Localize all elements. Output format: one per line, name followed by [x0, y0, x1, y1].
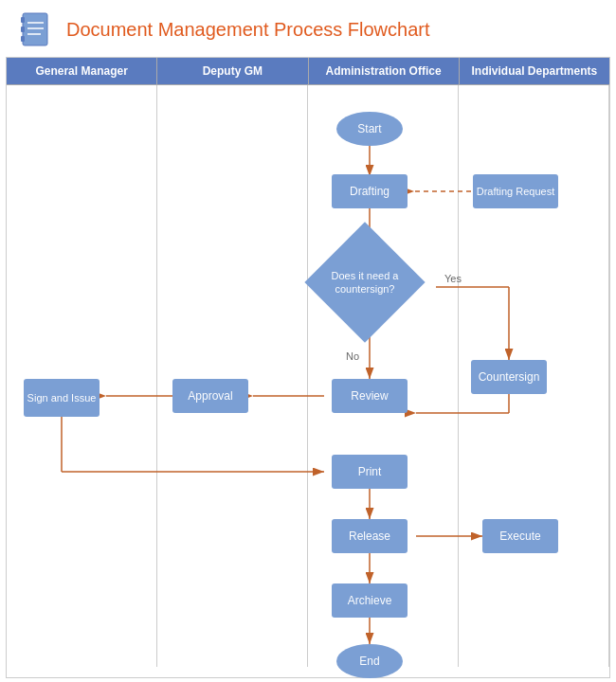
lane-deputy [157, 85, 308, 667]
approval-node: Approval [172, 379, 248, 413]
end-node: End [336, 644, 403, 678]
page-title: Document Management Process Flowchart [66, 19, 430, 41]
diamond-node: Does it need a countersign? [317, 235, 412, 330]
countersign-node: Countersign [471, 360, 547, 394]
lane-header-deputy: Deputy GM [157, 58, 308, 84]
drafting-node: Drafting [332, 174, 408, 208]
lane-gm [7, 85, 157, 667]
print-node: Print [332, 455, 408, 489]
review-node: Review [332, 379, 408, 413]
execute-node: Execute [482, 519, 558, 553]
lanes-body: No Yes Sta [7, 85, 609, 667]
start-node: Start [336, 112, 403, 146]
svg-rect-3 [21, 36, 25, 42]
lane-admin [308, 85, 459, 667]
svg-rect-1 [21, 17, 25, 23]
sign-issue-node: Sign and Issue [24, 379, 100, 417]
notebook-icon [15, 9, 55, 49]
lane-header-gm: General Manager [7, 58, 157, 84]
svg-rect-2 [21, 27, 25, 32]
lanes-header: General Manager Deputy GM Administration… [7, 58, 609, 85]
lane-header-dept: Individual Departments [460, 58, 609, 84]
lane-header-admin: Administration Office [309, 58, 460, 84]
drafting-request-node: Drafting Request [473, 174, 558, 208]
page-header: Document Management Process Flowchart [0, 0, 616, 57]
archieve-node: Archieve [332, 583, 408, 618]
svg-rect-0 [23, 13, 47, 45]
flowchart-wrapper: General Manager Deputy GM Administration… [6, 57, 610, 678]
release-node: Release [332, 519, 408, 553]
